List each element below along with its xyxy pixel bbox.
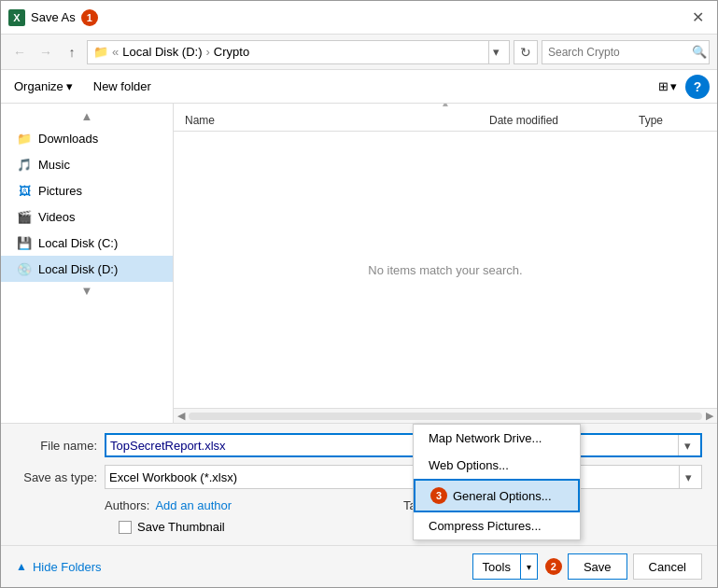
sidebar: ▲ 📁 Downloads 🎵 Music 🖼 Pictures 🎬 Video… [1, 104, 174, 423]
path-folder: Crypto [214, 45, 249, 59]
hscroll-track[interactable] [189, 413, 702, 420]
filename-dropdown-button[interactable]: ▾ [678, 435, 697, 455]
meta-left: Authors: Add an author [16, 498, 403, 512]
excel-icon: X [8, 9, 25, 26]
main-area: ▲ 📁 Downloads 🎵 Music 🖼 Pictures 🎬 Video… [1, 104, 717, 423]
filename-row: File name: TopSecretReport.xlsx ▾ [16, 433, 702, 457]
dropdown-item-general-options[interactable]: 3 General Options... [414, 479, 580, 512]
empty-message: No items match your search. [368, 263, 522, 277]
thumbnail-row: Save Thumbnail [16, 514, 702, 538]
sidebar-item-local-d[interactable]: 💿 Local Disk (D:) [1, 256, 173, 282]
up-button[interactable]: ↑ [61, 41, 83, 63]
tools-button-arrow-icon: ▾ [520, 554, 537, 579]
search-input[interactable] [548, 46, 688, 59]
sidebar-item-label: Pictures [38, 184, 82, 198]
organize-button[interactable]: Organize ▾ [8, 77, 78, 96]
title-bar: X Save As 1 ✕ [1, 1, 717, 35]
sidebar-item-label: Local Disk (D:) [38, 262, 118, 276]
search-box: 🔍 [542, 40, 710, 64]
refresh-button[interactable]: ↻ [514, 40, 538, 64]
videos-icon: 🎬 [16, 208, 33, 225]
hide-folders-button[interactable]: ▲ Hide Folders [16, 560, 102, 574]
help-button[interactable]: ? [685, 75, 710, 99]
sidebar-item-music[interactable]: 🎵 Music [1, 151, 173, 177]
back-button[interactable]: ← [8, 41, 31, 63]
downloads-icon: 📁 [16, 130, 33, 147]
hide-folders-arrow-icon: ▲ [16, 560, 27, 573]
sort-arrow: ▲ [181, 104, 710, 110]
path-folder-icon: 📁 [93, 45, 108, 59]
filename-input[interactable]: TopSecretReport.xlsx ▾ [105, 433, 702, 457]
view-grid-icon: ⊞ [658, 79, 669, 93]
view-chevron-icon: ▾ [670, 79, 677, 93]
address-path[interactable]: 📁 « Local Disk (D:) › Crypto ▾ [87, 40, 510, 64]
new-folder-button[interactable]: New folder [86, 77, 159, 96]
save-thumbnail-label: Save Thumbnail [137, 520, 225, 534]
tools-button-label: Tools [473, 560, 520, 574]
tools-button[interactable]: Tools ▾ [472, 553, 538, 580]
dropdown-item-compress[interactable]: Compress Pictures... [414, 512, 580, 539]
sidebar-item-local-c[interactable]: 💾 Local Disk (C:) [1, 230, 173, 256]
save-thumbnail-checkbox[interactable] [119, 521, 132, 534]
sidebar-item-label: Local Disk (C:) [38, 236, 118, 250]
tools-dropdown-menu: Map Network Drive... Web Options... 3 Ge… [413, 424, 581, 540]
tools-badge-2: 2 [545, 558, 562, 575]
music-icon: 🎵 [16, 156, 33, 173]
title-bar-right: ✕ [685, 7, 710, 29]
save-as-dialog: X Save As 1 ✕ ← → ↑ 📁 « Local Disk (D:) … [0, 0, 718, 588]
file-list: ▲ Name Date modified Type No items match… [174, 104, 717, 423]
horizontal-scrollbar: ◀ ▶ [174, 408, 717, 423]
organize-chevron-icon: ▾ [66, 79, 73, 93]
sidebar-item-label: Downloads [38, 132, 98, 146]
hscroll-left-button[interactable]: ◀ [177, 410, 185, 422]
close-button[interactable]: ✕ [685, 7, 710, 29]
path-separator-1: « [112, 45, 119, 59]
path-root: Local Disk (D:) [122, 45, 202, 59]
forward-button[interactable]: → [35, 41, 57, 63]
col-type[interactable]: Type [635, 110, 710, 131]
hide-folders-label: Hide Folders [33, 560, 102, 574]
sidebar-item-downloads[interactable]: 📁 Downloads [1, 125, 173, 151]
address-bar: ← → ↑ 📁 « Local Disk (D:) › Crypto ▾ ↻ 🔍 [1, 35, 717, 70]
toolbar-right: ⊞ ▾ ? [654, 75, 710, 99]
dropdown-item-badge-row: 3 General Options... [430, 487, 563, 504]
search-icon: 🔍 [692, 45, 707, 59]
savetype-dropdown-button[interactable]: ▾ [679, 466, 697, 488]
action-bar: ▲ Hide Folders Map Network Drive... Web … [1, 545, 717, 587]
sidebar-scroll-up[interactable]: ▲ [1, 107, 173, 125]
view-button[interactable]: ⊞ ▾ [654, 77, 682, 96]
title-bar-left: X Save As 1 [8, 9, 685, 26]
file-list-body: No items match your search. [174, 132, 717, 408]
savetype-label: Save as type: [16, 470, 105, 484]
cancel-button[interactable]: Cancel [633, 553, 702, 580]
bottom-form: File name: TopSecretReport.xlsx ▾ Save a… [1, 423, 717, 545]
path-arrow: › [205, 45, 209, 59]
hscroll-right-button[interactable]: ▶ [706, 410, 713, 422]
organize-label: Organize [14, 79, 63, 93]
pictures-icon: 🖼 [16, 182, 33, 199]
col-name[interactable]: Name [181, 110, 486, 131]
sidebar-item-pictures[interactable]: 🖼 Pictures [1, 177, 173, 203]
sidebar-item-label: Music [38, 158, 70, 172]
dropdown-item-map-network[interactable]: Map Network Drive... [414, 425, 580, 452]
save-button[interactable]: Save [568, 553, 627, 580]
file-list-header: ▲ Name Date modified Type [174, 104, 717, 132]
add-author-link[interactable]: Add an author [155, 498, 232, 512]
col-date-modified[interactable]: Date modified [486, 110, 635, 131]
savetype-value: Excel Workbook (*.xlsx) [109, 470, 679, 484]
dropdown-item-web-options[interactable]: Web Options... [414, 452, 580, 479]
filename-label: File name: [16, 439, 105, 453]
filename-value: TopSecretReport.xlsx [110, 439, 678, 453]
disk-d-icon: 💿 [16, 260, 33, 277]
disk-c-icon: 💾 [16, 234, 33, 251]
sidebar-item-label: Videos [38, 210, 76, 224]
action-buttons: Map Network Drive... Web Options... 3 Ge… [472, 553, 702, 580]
sidebar-item-videos[interactable]: 🎬 Videos [1, 203, 173, 230]
savetype-row: Save as type: Excel Workbook (*.xlsx) ▾ [16, 465, 702, 489]
toolbar: Organize ▾ New folder ⊞ ▾ ? [1, 70, 717, 104]
title-badge-1: 1 [81, 9, 98, 26]
savetype-select[interactable]: Excel Workbook (*.xlsx) ▾ [105, 465, 702, 489]
sidebar-scroll-down[interactable]: ▼ [1, 282, 173, 300]
path-dropdown-button[interactable]: ▾ [488, 40, 503, 64]
meta-row: Authors: Add an author Tags: Add a tag [16, 497, 702, 514]
